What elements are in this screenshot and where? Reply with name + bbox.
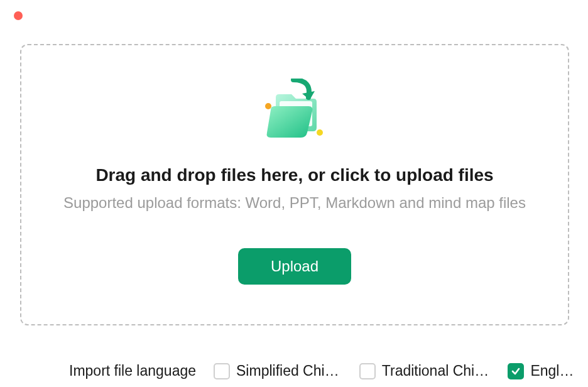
checkbox-simplified-chinese[interactable]: Simplified Chinese	[214, 362, 342, 379]
window-close-dot[interactable]	[14, 11, 23, 20]
upload-button[interactable]: Upload	[238, 248, 351, 285]
check-icon	[511, 366, 521, 376]
checkbox-traditional-chinese[interactable]: Traditional Chinese	[359, 362, 491, 379]
dropzone-headline: Drag and drop files here, or click to up…	[95, 165, 493, 185]
language-label: Import file language	[69, 362, 196, 379]
svg-point-1	[265, 103, 271, 109]
folder-import-icon	[257, 79, 332, 148]
svg-point-2	[317, 129, 323, 136]
checkbox-label: Traditional Chinese	[382, 362, 491, 379]
dropzone-subline: Supported upload formats: Word, PPT, Mar…	[63, 194, 526, 212]
checkbox-box	[508, 363, 524, 379]
upload-dropzone[interactable]: Drag and drop files here, or click to up…	[20, 44, 569, 325]
checkbox-box	[359, 363, 376, 379]
checkbox-box	[214, 363, 230, 379]
checkbox-english[interactable]: English	[508, 362, 575, 379]
checkbox-label: English	[530, 362, 575, 379]
language-options-row: Import file language Simplified Chinese …	[69, 362, 575, 379]
checkbox-label: Simplified Chinese	[236, 362, 342, 379]
